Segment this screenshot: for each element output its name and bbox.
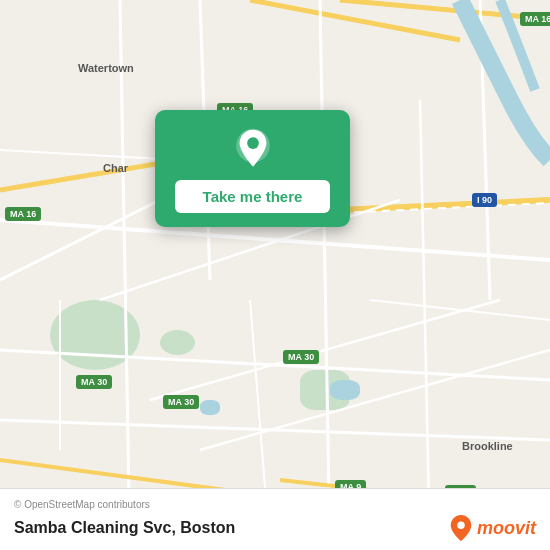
svg-line-8: [120, 0, 130, 550]
highway-badge-i90: I 90: [472, 193, 497, 207]
highway-badge-ma30-1: MA 30: [76, 375, 112, 389]
svg-line-19: [0, 150, 180, 160]
brookline-label: Brookline: [462, 440, 513, 452]
moovit-logo: moovit: [449, 514, 536, 542]
char-label: Char: [103, 162, 128, 174]
bottom-bar: © OpenStreetMap contributors Samba Clean…: [0, 488, 550, 550]
highway-badge-ma16-3: MA 16: [5, 207, 41, 221]
moovit-brand-text: moovit: [477, 518, 536, 539]
highway-badge-ma30-3: MA 30: [283, 350, 319, 364]
highway-badge-ma30-2: MA 30: [163, 395, 199, 409]
road-svg: [0, 0, 550, 550]
svg-line-10: [320, 0, 330, 550]
take-me-there-button[interactable]: Take me there: [175, 180, 330, 213]
moovit-pin-icon: [449, 514, 473, 542]
bottom-title-row: Samba Cleaning Svc, Boston moovit: [14, 514, 536, 542]
map-container: Watertown Brookline Char MA 16 MA 16 MA …: [0, 0, 550, 550]
location-title: Samba Cleaning Svc, Boston: [14, 519, 235, 537]
svg-line-3: [340, 0, 550, 20]
svg-line-21: [370, 300, 550, 320]
svg-line-11: [420, 100, 430, 550]
watertown-label: Watertown: [78, 62, 134, 74]
highway-badge-ma16-1: MA 16: [520, 12, 550, 26]
svg-point-24: [247, 137, 259, 149]
svg-line-7: [0, 420, 550, 440]
popup-card: Take me there: [155, 110, 350, 227]
svg-point-25: [457, 521, 464, 528]
map-background: Watertown Brookline Char MA 16 MA 16 MA …: [0, 0, 550, 550]
attribution-text: © OpenStreetMap contributors: [14, 499, 536, 510]
location-pin-icon: [232, 128, 274, 170]
